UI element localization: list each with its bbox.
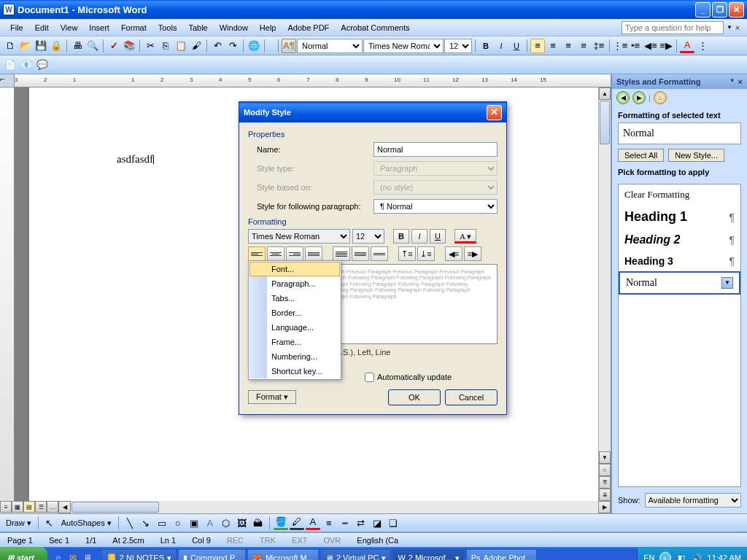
numbered-list-icon[interactable]: ⋮≡	[613, 39, 627, 53]
menu-tools[interactable]: Tools	[152, 22, 183, 34]
permission-icon[interactable]: 🔒	[49, 39, 63, 53]
scroll-down-icon[interactable]: ▼	[599, 451, 611, 464]
wordart-icon[interactable]: A	[203, 516, 217, 530]
start-button[interactable]: ⊞ start	[0, 547, 47, 560]
web-view-icon[interactable]: ▦	[12, 501, 23, 513]
menu-file[interactable]: File	[4, 22, 29, 34]
menu-tabs[interactable]: Tabs...	[249, 291, 340, 306]
tray-expand-icon[interactable]: ‹	[659, 552, 671, 560]
status-ovr[interactable]: OVR	[319, 536, 345, 545]
task-virtual-pc[interactable]: 🖥 2 Virtual PC ▾	[320, 549, 392, 560]
print-icon[interactable]: 🖶	[70, 39, 85, 53]
dlg-increase-indent-icon[interactable]: ≡▶	[464, 246, 481, 261]
redo-icon[interactable]: ↷	[225, 39, 240, 53]
menu-acrobat-comments[interactable]: Acrobat Comments	[335, 22, 415, 34]
browse-object-icon[interactable]: ○	[599, 464, 611, 476]
status-language[interactable]: English (Ca	[352, 536, 403, 545]
dlg-space-before-icon[interactable]: ⤒≡	[398, 246, 416, 261]
style-heading-2[interactable]: Heading 2¶	[619, 229, 740, 251]
dlg-align-left-icon[interactable]	[248, 246, 266, 261]
scroll-thumb[interactable]	[600, 101, 610, 144]
menu-frame[interactable]: Frame...	[249, 335, 340, 349]
dlg-font-select[interactable]: Times New Roman	[248, 229, 350, 244]
pane-back-icon[interactable]: ◀	[616, 91, 630, 104]
vertical-ruler[interactable]	[0, 88, 15, 501]
copy-icon[interactable]: ⎘	[158, 39, 173, 53]
pane-home-icon[interactable]: ⌂	[654, 91, 667, 104]
ok-button[interactable]: OK	[388, 389, 441, 405]
next-page-icon[interactable]: ⇊	[599, 489, 611, 501]
dlg-align-right-icon[interactable]	[286, 246, 303, 261]
menu-border[interactable]: Border...	[249, 306, 340, 320]
status-trk[interactable]: TRK	[255, 536, 280, 545]
dlg-align-center-icon[interactable]	[267, 246, 285, 261]
hyperlink-icon[interactable]: 🌐	[247, 39, 261, 53]
font-size-select[interactable]: 12	[444, 39, 472, 53]
bold-icon[interactable]: B	[479, 39, 493, 53]
pdf-convert-icon[interactable]: 📄	[3, 58, 18, 72]
tray-clock[interactable]: 11:42 AM	[708, 553, 741, 560]
increase-indent-icon[interactable]: ≡▶	[659, 39, 673, 53]
vertical-scrollbar[interactable]: ▲ ▼ ○ ⇈ ⇊	[598, 88, 611, 501]
menu-paragraph[interactable]: Paragraph...	[249, 276, 340, 291]
spellcheck-icon[interactable]: ✓	[107, 39, 121, 53]
dlg-spacing-2-icon[interactable]	[371, 246, 388, 261]
fill-color-icon[interactable]: 🪣	[274, 516, 288, 530]
toolbar-options-icon[interactable]: ⋮	[695, 39, 710, 53]
oval-icon[interactable]: ○	[171, 516, 185, 530]
picture-icon[interactable]: 🏔	[251, 516, 266, 530]
diagram-icon[interactable]: ⬡	[219, 516, 233, 530]
align-right-icon[interactable]: ≡	[561, 39, 576, 53]
dlg-italic-icon[interactable]: I	[411, 229, 427, 244]
font-select[interactable]: Times New Roman	[363, 39, 444, 53]
print-view-icon[interactable]: ▤	[23, 501, 35, 513]
format-dropdown-button[interactable]: Format ▾	[248, 390, 296, 404]
autoshapes-menu[interactable]: AutoShapes ▾	[58, 518, 115, 528]
select-all-button[interactable]: Select All	[618, 149, 664, 162]
task-photoshop[interactable]: Ps Adobe Phot...	[466, 549, 538, 560]
pane-forward-icon[interactable]: ▶	[632, 91, 646, 104]
menu-font[interactable]: Font...	[249, 262, 340, 276]
close-button[interactable]: ✕	[729, 2, 744, 18]
scroll-up-icon[interactable]: ▲	[599, 88, 611, 100]
menu-language[interactable]: Language...	[249, 320, 340, 335]
task-microsoft-m[interactable]: 🦊 Microsoft M...	[247, 549, 319, 560]
dlg-size-select[interactable]: 12	[352, 229, 384, 244]
pdf-review-icon[interactable]: 💬	[35, 58, 50, 72]
desktop-icon[interactable]: 🖥	[81, 551, 94, 560]
paste-icon[interactable]: 📋	[174, 39, 188, 53]
ie-icon[interactable]: e	[52, 551, 65, 560]
new-doc-icon[interactable]: 🗋	[3, 39, 18, 53]
dialog-close-button[interactable]: ✕	[487, 105, 502, 120]
help-dropdown[interactable]: ▼	[727, 24, 732, 31]
menu-shortcut-key[interactable]: Shortcut key...	[249, 364, 340, 378]
hscroll-thumb[interactable]	[71, 502, 159, 513]
task-word[interactable]: W 2 Microsof... ▾	[392, 549, 464, 560]
menu-edit[interactable]: Edit	[29, 22, 55, 34]
style-dropdown-icon[interactable]: ▼	[721, 277, 733, 289]
draw-menu[interactable]: Draw ▾	[3, 518, 34, 528]
menu-insert[interactable]: Insert	[83, 22, 115, 34]
line-color-icon[interactable]: 🖊	[290, 516, 304, 530]
style-clear-formatting[interactable]: Clear Formatting	[619, 184, 740, 205]
align-center-icon[interactable]: ≡	[546, 39, 560, 53]
outline-view-icon[interactable]: ☰	[35, 501, 47, 513]
horizontal-ruler[interactable]: ⌐ 3 2 1 1 2 3 4 5 6 7 8 9 10 11 12	[0, 74, 611, 88]
shadow-icon[interactable]: ◪	[370, 516, 384, 530]
open-icon[interactable]: 📂	[18, 39, 33, 53]
menu-help[interactable]: Help	[254, 22, 282, 34]
name-input[interactable]	[374, 142, 498, 157]
style-select[interactable]: Normal	[297, 39, 363, 53]
dlg-spacing-1-icon[interactable]	[333, 246, 350, 261]
task-nlnotes[interactable]: 📒 2 NLNOTES ▾	[101, 549, 177, 560]
clipart-icon[interactable]: 🖼	[235, 516, 249, 530]
menu-adobe-pdf[interactable]: Adobe PDF	[282, 22, 335, 34]
format-painter-icon[interactable]: 🖌	[189, 39, 204, 53]
reading-view-icon[interactable]: 📖	[47, 501, 58, 513]
normal-view-icon[interactable]: ≡	[0, 501, 12, 513]
pane-close-icon[interactable]: ×	[738, 77, 743, 86]
pane-menu-icon[interactable]: ▼	[729, 77, 735, 86]
arrow-icon[interactable]: ↘	[139, 516, 153, 530]
auto-update-label[interactable]: Automatically update	[377, 373, 452, 381]
menu-window[interactable]: Window	[214, 22, 254, 34]
